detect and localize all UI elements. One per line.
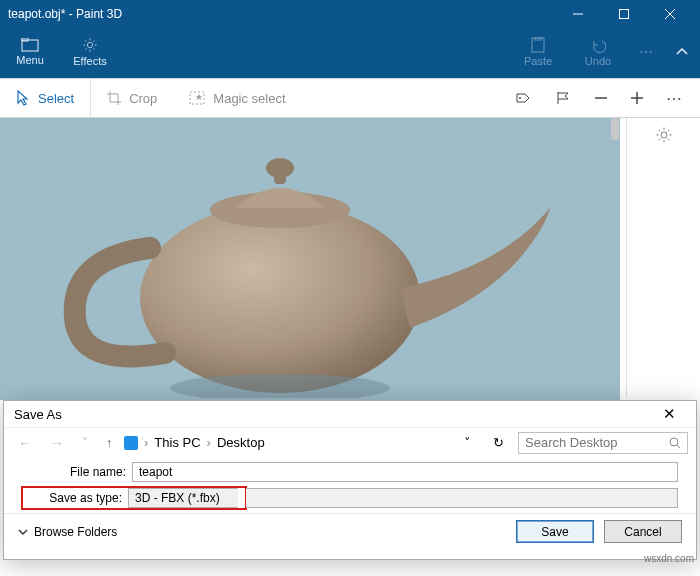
toolbar: Select Crop Magic select ⋯ bbox=[0, 78, 700, 118]
flag-icon[interactable] bbox=[556, 91, 572, 105]
svg-rect-4 bbox=[22, 40, 38, 51]
cursor-icon bbox=[16, 90, 30, 106]
chevron-up-icon bbox=[676, 48, 688, 56]
svg-line-37 bbox=[677, 445, 680, 448]
settings-sun-icon[interactable] bbox=[655, 126, 673, 144]
chevron-right-icon: › bbox=[144, 435, 148, 450]
titlebar-title: teapot.obj* - Paint 3D bbox=[8, 7, 122, 21]
plus-icon[interactable] bbox=[630, 91, 644, 105]
svg-line-12 bbox=[93, 48, 94, 49]
paste-button: Paste bbox=[508, 28, 568, 76]
filename-label: File name: bbox=[22, 465, 132, 479]
cancel-button[interactable]: Cancel bbox=[604, 520, 682, 543]
svg-point-6 bbox=[87, 42, 92, 47]
undo-label: Undo bbox=[585, 55, 611, 67]
undo-button: Undo bbox=[568, 28, 628, 76]
save-button[interactable]: Save bbox=[516, 520, 594, 543]
watermark: wsxdn.com bbox=[644, 553, 694, 564]
filename-field[interactable]: teapot bbox=[132, 462, 678, 482]
menu-label: Menu bbox=[16, 54, 44, 66]
magic-select-icon bbox=[189, 91, 205, 105]
up-button[interactable]: ↑ bbox=[100, 436, 118, 450]
dialog-title: Save As bbox=[14, 407, 62, 422]
close-button[interactable] bbox=[648, 0, 692, 28]
breadcrumb[interactable]: › This PC › Desktop bbox=[124, 435, 450, 450]
menu-button[interactable]: Menu bbox=[0, 28, 60, 76]
nav-bar: ← → ˅ ↑ › This PC › Desktop ˅ ↻ Search D… bbox=[4, 427, 696, 457]
svg-rect-17 bbox=[190, 92, 204, 104]
svg-line-32 bbox=[658, 130, 660, 132]
forward-button[interactable]: → bbox=[44, 435, 70, 451]
undo-icon bbox=[590, 37, 606, 53]
svg-line-11 bbox=[85, 40, 86, 41]
svg-point-27 bbox=[661, 132, 667, 138]
recent-dropdown[interactable]: ˅ bbox=[76, 436, 94, 450]
minimize-button[interactable] bbox=[556, 0, 600, 28]
effects-label: Effects bbox=[73, 55, 106, 67]
saveastype-value: 3D - FBX (*.fbx) bbox=[135, 491, 220, 505]
right-panel bbox=[626, 118, 700, 398]
window-controls bbox=[556, 0, 692, 28]
saveastype-field-part[interactable]: 3D - FBX (*.fbx) bbox=[128, 488, 238, 508]
teapot-model bbox=[50, 128, 570, 398]
saveastype-field[interactable] bbox=[246, 488, 678, 508]
path-pc[interactable]: This PC bbox=[154, 435, 200, 450]
crop-label: Crop bbox=[129, 91, 157, 106]
viewport[interactable] bbox=[0, 118, 620, 400]
crop-tool[interactable]: Crop bbox=[91, 79, 173, 117]
magic-select-tool[interactable]: Magic select bbox=[173, 79, 301, 117]
redo-button: ⋯ bbox=[628, 28, 664, 76]
svg-point-26 bbox=[170, 374, 390, 398]
search-icon bbox=[669, 437, 681, 449]
chevron-up-button[interactable] bbox=[664, 28, 700, 76]
select-tool[interactable]: Select bbox=[0, 79, 90, 117]
browse-folders-label: Browse Folders bbox=[34, 525, 117, 539]
svg-point-18 bbox=[519, 97, 521, 99]
svg-rect-1 bbox=[620, 10, 629, 19]
svg-point-36 bbox=[670, 438, 678, 446]
more-icon[interactable]: ⋯ bbox=[666, 89, 682, 108]
magic-select-label: Magic select bbox=[213, 91, 285, 106]
paste-label: Paste bbox=[524, 55, 552, 67]
chevron-down-icon bbox=[18, 527, 28, 537]
chevron-right-icon: › bbox=[207, 435, 211, 450]
effects-icon bbox=[82, 37, 98, 53]
crop-icon bbox=[107, 91, 121, 105]
search-input[interactable]: Search Desktop bbox=[518, 432, 688, 454]
saveastype-label: Save as type: bbox=[24, 491, 128, 505]
titlebar: teapot.obj* - Paint 3D bbox=[0, 0, 700, 28]
select-label: Select bbox=[38, 91, 74, 106]
search-placeholder: Search Desktop bbox=[525, 435, 618, 450]
ribbon: Menu Effects Paste Undo ⋯ bbox=[0, 28, 700, 78]
path-dropdown[interactable]: ˅ bbox=[456, 435, 479, 450]
svg-point-22 bbox=[140, 203, 420, 393]
svg-line-34 bbox=[658, 139, 660, 141]
tag-icon[interactable] bbox=[516, 91, 534, 105]
save-as-dialog: Save As ✕ ← → ˅ ↑ › This PC › Desktop ˅ … bbox=[3, 400, 697, 560]
path-folder[interactable]: Desktop bbox=[217, 435, 265, 450]
dialog-close-button[interactable]: ✕ bbox=[653, 403, 686, 425]
maximize-button[interactable] bbox=[602, 0, 646, 28]
effects-button[interactable]: Effects bbox=[60, 28, 120, 76]
pc-icon bbox=[124, 436, 138, 450]
refresh-button[interactable]: ↻ bbox=[485, 435, 512, 450]
svg-rect-25 bbox=[274, 170, 286, 184]
svg-line-33 bbox=[667, 139, 669, 141]
svg-line-14 bbox=[93, 40, 94, 41]
scrollbar[interactable] bbox=[611, 118, 619, 140]
back-button[interactable]: ← bbox=[12, 435, 38, 451]
svg-line-35 bbox=[667, 130, 669, 132]
filename-value: teapot bbox=[139, 465, 172, 479]
browse-folders-toggle[interactable]: Browse Folders bbox=[18, 525, 117, 539]
minus-icon[interactable] bbox=[594, 91, 608, 105]
folder-icon bbox=[21, 38, 39, 52]
paste-icon bbox=[531, 37, 545, 53]
svg-line-13 bbox=[85, 48, 86, 49]
